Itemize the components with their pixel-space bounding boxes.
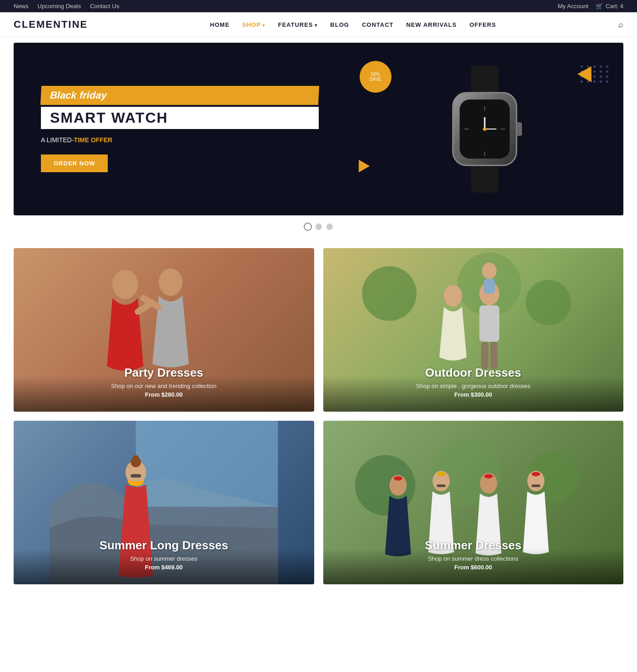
badge-percent: 50% <box>371 72 380 77</box>
carousel-dots <box>0 215 637 234</box>
svg-rect-30 <box>130 474 141 478</box>
hero-banner: Black friday SMART WATCH A LIMITED-TIME … <box>14 43 623 215</box>
dot <box>600 70 602 73</box>
outdoor-dresses-card[interactable]: Outdoor Dresses Shop on simple , gorgeou… <box>323 248 624 412</box>
summer-long-dresses-title: Summer Long Dresses <box>23 538 305 553</box>
nav-offers[interactable]: OFFERS <box>469 21 496 28</box>
carousel-dot-3[interactable] <box>326 224 333 230</box>
outdoor-dresses-overlay: Outdoor Dresses Shop on simple , gorgeou… <box>323 352 624 412</box>
party-dresses-card[interactable]: Party Dresses Shop on our new and trendi… <box>14 248 314 412</box>
dot <box>581 80 583 83</box>
arrow-decoration-2 <box>353 157 369 173</box>
contact-us-link[interactable]: Contact Us <box>90 3 119 10</box>
dot <box>606 75 608 78</box>
main-nav: HOME SHOP FEATURES BLOG CONTACT NEW ARRI… <box>210 21 496 28</box>
outdoor-dresses-title: Outdoor Dresses <box>332 366 615 380</box>
news-link[interactable]: News <box>14 3 29 10</box>
party-dresses-overlay: Party Dresses Shop on our new and trendi… <box>14 352 314 412</box>
svg-rect-20 <box>479 305 499 342</box>
svg-point-16 <box>362 266 416 321</box>
svg-point-17 <box>526 280 571 325</box>
hero-left: Black friday SMART WATCH A LIMITED-TIME … <box>14 43 346 215</box>
svg-point-38 <box>393 476 402 480</box>
svg-rect-25 <box>484 279 495 294</box>
svg-point-40 <box>484 474 492 478</box>
nav-shop[interactable]: SHOP <box>242 21 266 28</box>
nav-contact[interactable]: CONTACT <box>362 21 394 28</box>
categories-row2: Summer Long Dresses Shop on summer dress… <box>0 412 637 598</box>
cart-wrap[interactable]: 🛒 Cart: 4 <box>596 3 623 10</box>
svg-point-41 <box>532 472 540 476</box>
summer-long-dresses-desc: Shop on summer dresses <box>23 555 305 562</box>
dot <box>606 65 608 68</box>
cart-count: Cart: 4 <box>606 3 623 10</box>
nav-features[interactable]: FEATURES <box>278 21 317 28</box>
party-dresses-desc: Shop on our new and trending collection <box>23 383 305 389</box>
dot <box>600 75 602 78</box>
banner-title-wrap: SMART WATCH <box>41 107 319 129</box>
order-now-button[interactable]: ORDER NOW <box>41 154 108 172</box>
badge-label: SAVE <box>370 77 381 82</box>
outdoor-dresses-price: From $300.00 <box>332 391 615 398</box>
cart-icon: 🛒 <box>596 3 603 10</box>
svg-rect-11 <box>517 122 522 136</box>
watch-illustration <box>439 65 530 193</box>
svg-point-12 <box>112 270 138 299</box>
dot <box>600 80 602 83</box>
banner-title: SMART WATCH <box>50 110 310 126</box>
party-dresses-price: From $280.00 <box>23 391 305 398</box>
search-icon: ⌕ <box>618 20 623 29</box>
nav-blog[interactable]: BLOG <box>330 21 349 28</box>
party-dresses-title: Party Dresses <box>23 366 305 380</box>
summer-dresses-desc: Shop on summer dress collections <box>332 555 615 562</box>
hero-content: Black friday SMART WATCH A LIMITED-TIME … <box>14 43 623 215</box>
svg-point-10 <box>483 127 487 131</box>
summer-dresses-card[interactable]: Summer Dresses Shop on summer dress coll… <box>323 421 624 584</box>
categories-row1: Party Dresses Shop on our new and trendi… <box>0 234 637 412</box>
search-button[interactable]: ⌕ <box>618 20 623 30</box>
summer-dresses-title: Summer Dresses <box>332 538 615 553</box>
hero-right: 50% SAVE <box>346 43 624 215</box>
summer-long-dresses-overlay: Summer Long Dresses Shop on summer dress… <box>14 525 314 584</box>
nav-home[interactable]: HOME <box>210 21 230 28</box>
svg-rect-42 <box>436 484 445 487</box>
dot <box>593 80 596 83</box>
dot <box>606 70 608 73</box>
top-bar-links: News Upcoming Deals Contact Us <box>14 3 119 10</box>
summer-long-dresses-price: From $469.00 <box>23 564 305 571</box>
header: CLEMENTINE HOME SHOP FEATURES BLOG CONTA… <box>0 12 637 37</box>
summer-dresses-overlay: Summer Dresses Shop on summer dress coll… <box>323 525 624 584</box>
svg-rect-43 <box>532 484 540 487</box>
outdoor-dresses-desc: Shop on simple , gorgeous outdoor dresse… <box>332 383 615 389</box>
svg-point-24 <box>482 263 497 279</box>
dot <box>600 65 602 68</box>
dot <box>606 80 608 83</box>
carousel-dot-2[interactable] <box>316 224 322 230</box>
carousel-dot-1[interactable] <box>305 224 311 230</box>
top-bar: News Upcoming Deals Contact Us My Accoun… <box>0 0 637 12</box>
svg-point-39 <box>436 472 445 476</box>
upcoming-deals-link[interactable]: Upcoming Deals <box>38 3 81 10</box>
summer-long-dresses-card[interactable]: Summer Long Dresses Shop on summer dress… <box>14 421 314 584</box>
logo[interactable]: CLEMENTINE <box>14 19 88 30</box>
svg-point-29 <box>132 455 139 462</box>
svg-point-13 <box>159 269 182 296</box>
banner-tag: Black friday <box>40 86 319 105</box>
svg-point-23 <box>444 285 462 307</box>
svg-rect-26 <box>136 421 278 507</box>
time-offer-text: -TIME OFFER <box>72 136 112 144</box>
nav-new-arrivals[interactable]: NEW ARRIVALS <box>406 21 456 28</box>
save-badge: 50% SAVE <box>360 61 391 93</box>
my-account-link[interactable]: My Account <box>558 3 588 10</box>
summer-dresses-price: From $600.00 <box>332 564 615 571</box>
limited-text: LIMITED <box>46 136 71 144</box>
banner-subtitle: A LIMITED-TIME OFFER <box>41 136 319 144</box>
top-bar-right: My Account 🛒 Cart: 4 <box>558 3 623 10</box>
